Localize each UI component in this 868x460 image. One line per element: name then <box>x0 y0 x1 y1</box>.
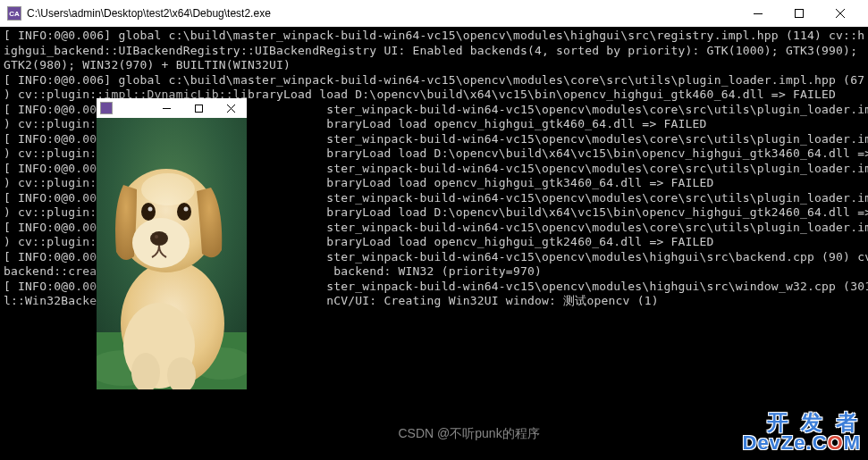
child-close-button[interactable] <box>215 98 247 118</box>
svg-point-17 <box>184 207 189 212</box>
svg-point-16 <box>148 207 153 212</box>
devze-top-text: 开 发 者 <box>743 412 862 433</box>
svg-point-15 <box>177 203 191 221</box>
puppy-image <box>97 118 247 389</box>
image-content <box>97 118 247 389</box>
close-icon <box>227 105 235 113</box>
svg-point-20 <box>141 173 195 205</box>
app-icon: CA <box>7 6 21 21</box>
csdn-watermark: CSDN @不听punk的程序 <box>399 426 540 442</box>
close-button[interactable] <box>820 0 861 27</box>
svg-rect-2 <box>163 108 171 109</box>
window-title: C:\Users\admin\Desktop\test2\x64\Debug\t… <box>27 7 737 20</box>
minimize-icon <box>754 13 763 14</box>
window-controls <box>737 0 861 27</box>
devze-bottom-text: DevZe.COM <box>743 433 862 453</box>
svg-point-18 <box>150 231 168 246</box>
child-maximize-button[interactable] <box>182 98 215 118</box>
child-minimize-button[interactable] <box>150 98 182 118</box>
svg-rect-1 <box>796 10 804 18</box>
svg-rect-0 <box>754 13 763 14</box>
maximize-button[interactable] <box>779 0 820 27</box>
minimize-icon <box>163 108 171 109</box>
svg-point-19 <box>155 235 158 238</box>
maximize-icon <box>795 9 804 18</box>
main-title-bar: CA C:\Users\admin\Desktop\test2\x64\Debu… <box>0 0 868 27</box>
child-app-icon <box>100 102 113 114</box>
image-window-title-bar[interactable] <box>97 98 247 118</box>
maximize-icon <box>195 105 203 113</box>
devze-watermark: 开 发 者 DevZe.COM <box>743 412 862 453</box>
svg-point-14 <box>141 203 156 221</box>
svg-rect-3 <box>195 105 202 112</box>
close-icon <box>836 9 845 18</box>
image-window[interactable] <box>97 98 247 389</box>
minimize-button[interactable] <box>737 0 779 27</box>
